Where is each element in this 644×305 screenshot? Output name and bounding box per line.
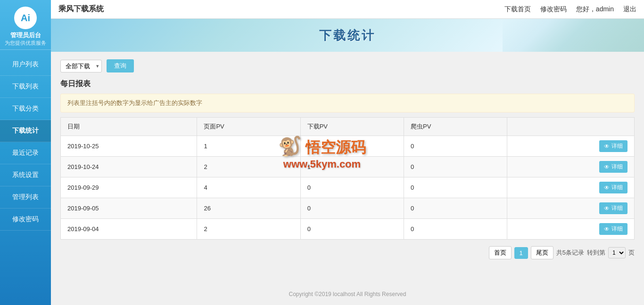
- last-page-button[interactable]: 尾页: [531, 246, 553, 259]
- table-cell-2: 0: [300, 198, 404, 219]
- table-row: 2019-09-04200👁 详细: [61, 219, 635, 240]
- total-records: 共5条记录: [556, 249, 584, 257]
- sidebar-item-下载分类[interactable]: 下载分类: [0, 98, 51, 120]
- table-cell-0: 2019-10-25: [61, 136, 197, 157]
- sidebar-item-下载列表[interactable]: 下载列表: [0, 76, 51, 98]
- table-cell-1: 2: [197, 157, 300, 177]
- section-title: 每日报表: [60, 79, 635, 89]
- table-cell-1: 2: [197, 219, 300, 240]
- detail-button[interactable]: 👁 详细: [599, 161, 627, 173]
- footer: Copyright ©2019 localhost All Rights Res…: [51, 283, 644, 305]
- copyright-text: Copyright ©2019 localhost All Rights Res…: [289, 291, 406, 297]
- table-cell-action: 👁 详细: [507, 198, 635, 219]
- sidebar-nav: 用户列表下载列表下载分类下载统计最近记录系统设置管理列表修改密码: [0, 54, 51, 231]
- banner-decoration: [503, 19, 644, 52]
- topbar-nav-您好，admin[interactable]: 您好，admin: [576, 5, 614, 14]
- page-content: 全部下载 查询 每日报表 列表里注括号内的数字为显示给广告主的实际数字 日期页面…: [51, 52, 644, 283]
- topbar-nav-下载首页[interactable]: 下载首页: [504, 5, 531, 14]
- table-cell-3: 0: [404, 177, 507, 198]
- table-cell-2: 0: [300, 177, 404, 198]
- table-row: 2019-09-052600👁 详细: [61, 198, 635, 219]
- sidebar-item-用户列表[interactable]: 用户列表: [0, 54, 51, 76]
- system-title: 乘风下载系统: [58, 4, 104, 14]
- table-cell-0: 2019-09-05: [61, 198, 197, 219]
- table-header-4: [507, 118, 635, 136]
- table-row: 2019-10-24210👁 详细: [61, 157, 635, 177]
- sidebar-logo: Ai 管理员后台 为您提供优质服务: [0, 0, 51, 50]
- table-body: 2019-10-25110👁 详细2019-10-24210👁 详细2019-0…: [61, 136, 635, 240]
- topbar: 乘风下载系统 下载首页修改密码您好，admin退出: [51, 0, 644, 19]
- table-cell-action: 👁 详细: [507, 157, 635, 177]
- eye-icon: 👁: [604, 226, 610, 233]
- main-content: 乘风下载系统 下载首页修改密码您好，admin退出 下载统计 全部下载 查询 每…: [51, 0, 644, 305]
- table-cell-action: 👁 详细: [507, 177, 635, 198]
- table-cell-2: 0: [300, 219, 404, 240]
- table-header-0: 日期: [61, 118, 197, 136]
- info-box: 列表里注括号内的数字为显示给广告主的实际数字: [60, 94, 635, 112]
- table-row: 2019-09-29400👁 详细: [61, 177, 635, 198]
- table-cell-0: 2019-09-29: [61, 177, 197, 198]
- sidebar: Ai 管理员后台 为您提供优质服务 用户列表下载列表下载分类下载统计最近记录系统…: [0, 0, 51, 305]
- detail-button[interactable]: 👁 详细: [599, 223, 627, 235]
- table-header-3: 爬虫PV: [404, 118, 507, 136]
- current-page-button[interactable]: 1: [514, 247, 528, 259]
- filter-select-wrapper: 全部下载: [60, 60, 102, 72]
- table-cell-1: 1: [197, 136, 300, 157]
- topbar-nav-退出[interactable]: 退出: [623, 5, 636, 14]
- stats-table: 日期页面PV下载PV爬虫PV 2019-10-25110👁 详细2019-10-…: [60, 117, 635, 240]
- table-cell-1: 26: [197, 198, 300, 219]
- table-header-1: 页面PV: [197, 118, 300, 136]
- sidebar-item-最近记录[interactable]: 最近记录: [0, 142, 51, 164]
- banner-title: 下载统计: [319, 27, 376, 44]
- sidebar-item-系统设置[interactable]: 系统设置: [0, 164, 51, 186]
- eye-icon: 👁: [604, 143, 610, 150]
- page-banner: 下载统计: [51, 19, 644, 52]
- pagination: 首页 1 尾页 共5条记录 转到第 1 页: [60, 246, 635, 259]
- table-header-2: 下载PV: [300, 118, 404, 136]
- sidebar-item-下载统计[interactable]: 下载统计: [0, 120, 51, 142]
- detail-button[interactable]: 👁 详细: [599, 182, 627, 193]
- table-cell-2: 1: [300, 136, 404, 157]
- topbar-nav: 下载首页修改密码您好，admin退出: [504, 5, 636, 14]
- logo-icon: Ai: [14, 7, 37, 29]
- admin-subtitle: 为您提供优质服务: [4, 40, 47, 47]
- page-jump-select[interactable]: 1: [608, 247, 626, 258]
- page-suffix: 页: [628, 249, 635, 257]
- table-header-row: 日期页面PV下载PV爬虫PV: [61, 118, 635, 136]
- table-cell-3: 0: [404, 157, 507, 177]
- first-page-button[interactable]: 首页: [489, 246, 512, 259]
- detail-button[interactable]: 👁 详细: [599, 140, 627, 152]
- filter-dropdown[interactable]: 全部下载: [60, 60, 102, 72]
- topbar-nav-修改密码[interactable]: 修改密码: [540, 5, 567, 14]
- table-cell-3: 0: [404, 198, 507, 219]
- table-row: 2019-10-25110👁 详细: [61, 136, 635, 157]
- table-header: 日期页面PV下载PV爬虫PV: [61, 118, 635, 136]
- table-cell-3: 0: [404, 136, 507, 157]
- table-cell-action: 👁 详细: [507, 219, 635, 240]
- filter-bar: 全部下载 查询: [60, 59, 635, 72]
- admin-title: 管理员后台: [4, 31, 47, 40]
- page-jump: 1: [608, 247, 626, 258]
- eye-icon: 👁: [604, 185, 610, 191]
- eye-icon: 👁: [604, 164, 610, 170]
- detail-button[interactable]: 👁 详细: [599, 202, 627, 214]
- table-cell-1: 4: [197, 177, 300, 198]
- table-cell-action: 👁 详细: [507, 136, 635, 157]
- sidebar-item-修改密码[interactable]: 修改密码: [0, 209, 51, 231]
- query-button[interactable]: 查询: [107, 59, 134, 72]
- table-cell-0: 2019-09-04: [61, 219, 197, 240]
- sidebar-item-管理列表[interactable]: 管理列表: [0, 186, 51, 209]
- table-cell-3: 0: [404, 219, 507, 240]
- table-cell-2: 1: [300, 157, 404, 177]
- eye-icon: 👁: [604, 205, 610, 212]
- jump-label: 转到第: [587, 249, 605, 257]
- table-cell-0: 2019-10-24: [61, 157, 197, 177]
